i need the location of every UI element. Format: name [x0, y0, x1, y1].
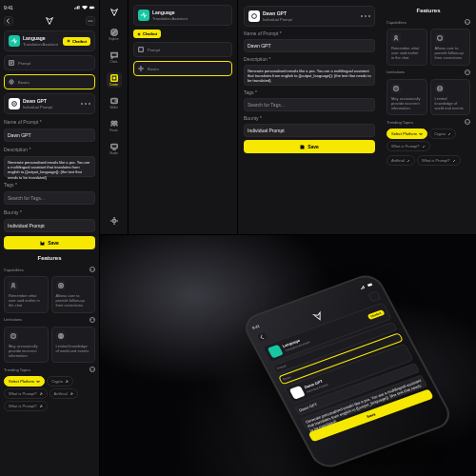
menu-button[interactable] — [86, 16, 95, 26]
limitation-card: May occasionally provide incorrect infor… — [387, 79, 427, 116]
info-icon[interactable]: ⋯ — [89, 317, 95, 323]
info-icon[interactable]: ⋯ — [89, 267, 95, 272]
nav-explore[interactable]: Explore — [107, 27, 122, 42]
info-icon[interactable]: ⋯ — [89, 367, 95, 372]
desc-textarea[interactable]: Generate personalised emails like a pro.… — [4, 156, 95, 177]
tab-basics[interactable]: Basics — [4, 74, 95, 89]
tags-input[interactable]: Search for Tags... — [244, 98, 375, 111]
pill-crypto[interactable]: Crypto — [429, 129, 456, 139]
name-input[interactable]: Dawn GPT — [244, 39, 375, 52]
features-heading: Features — [387, 8, 470, 13]
assistant-card[interactable]: Language Translation Assistant — [133, 5, 232, 26]
globe-icon — [56, 331, 66, 341]
nav-studio[interactable]: Studio — [107, 141, 122, 156]
back-button[interactable] — [4, 16, 13, 26]
pill-artificial[interactable]: Artificial — [50, 388, 78, 399]
openai-icon — [9, 98, 20, 109]
svg-rect-0 — [89, 7, 94, 10]
app-logo[interactable] — [108, 6, 121, 19]
info-icon[interactable]: ⋯ — [465, 69, 470, 75]
pill-what-is-prompt[interactable]: What is Prompt? — [387, 141, 430, 151]
features-heading: Features — [4, 255, 95, 261]
pill-how-to-invest[interactable]: Artificial — [387, 155, 415, 166]
bounty-select[interactable]: Individual Prompt — [244, 124, 375, 137]
warning-icon — [9, 331, 18, 341]
svg-point-24 — [395, 36, 397, 38]
save-icon — [300, 145, 305, 149]
drag-handle-icon[interactable] — [81, 103, 90, 105]
svg-point-18 — [114, 121, 116, 123]
limitations-label: Limitations — [4, 317, 22, 322]
svg-rect-19 — [110, 144, 116, 148]
app-logo — [44, 15, 55, 27]
tab-prompt[interactable]: Prompt — [133, 42, 232, 57]
signal-icon — [360, 285, 367, 290]
trending-pills: Select Platform Crypto What is Prompt? A… — [4, 376, 95, 411]
main-panel: Dawn GPT Individual Prompt Name of Promp… — [238, 0, 381, 234]
pill-crypto[interactable]: Crypto — [47, 376, 73, 387]
followup-icon — [435, 33, 445, 43]
battery-icon — [367, 282, 374, 288]
arrow-icon — [407, 159, 410, 163]
battery-icon — [89, 6, 95, 10]
desc-textarea[interactable]: Generate personalised emails like a pro.… — [244, 65, 375, 86]
gear-icon — [137, 65, 145, 72]
signal-icon — [74, 6, 80, 10]
save-button[interactable]: Save — [4, 236, 95, 249]
nav-create[interactable]: Create — [107, 72, 122, 88]
svg-point-2 — [89, 20, 89, 21]
desc-label: Description * — [4, 147, 95, 152]
arrow-icon — [422, 145, 426, 149]
info-icon[interactable]: ⋯ — [465, 119, 470, 125]
capability-card: Remember what user said earlier in the c… — [387, 29, 427, 66]
nav-wallet[interactable]: Wallet — [107, 95, 122, 110]
svg-point-9 — [58, 284, 63, 288]
openai-icon — [289, 386, 306, 400]
assistant-card[interactable]: Language Translation Assistant Chatbot — [4, 30, 95, 51]
nav-settings[interactable] — [107, 213, 122, 228]
svg-point-3 — [89, 20, 90, 21]
tags-input[interactable]: Search for Tags... — [4, 191, 95, 205]
drag-handle-icon[interactable] — [361, 15, 370, 17]
tab-prompt[interactable]: Prompt — [4, 55, 95, 70]
arrow-icon — [39, 405, 43, 408]
bounty-label: Bounty * — [4, 209, 95, 215]
app-logo — [310, 309, 327, 324]
svg-point-25 — [437, 36, 442, 41]
wifi-icon — [82, 6, 88, 10]
globe-icon — [435, 84, 445, 93]
pill-select-platform[interactable]: Select Platform — [4, 376, 45, 387]
svg-point-16 — [115, 100, 116, 101]
info-icon[interactable]: ⋯ — [465, 19, 470, 25]
assistant-avatar — [9, 35, 20, 47]
svg-point-22 — [140, 68, 142, 69]
pill-what-is-prompt[interactable]: What is Prompt? — [4, 388, 48, 399]
memory-icon — [391, 33, 401, 43]
limitation-card: Limited knowledge of world and events — [430, 79, 471, 116]
prompt-icon — [8, 59, 15, 67]
pill-select-platform[interactable]: Select Platform — [387, 129, 427, 139]
arrow-icon — [65, 380, 69, 384]
name-input[interactable]: Dawn GPT — [4, 129, 95, 142]
svg-point-20 — [112, 219, 115, 222]
bounty-select[interactable]: Individual Prompt — [4, 219, 95, 232]
svg-rect-21 — [139, 48, 144, 52]
nav-forum[interactable]: Forum — [107, 118, 122, 133]
back-button — [256, 331, 269, 343]
openai-icon — [248, 10, 260, 22]
pill-what-is-prompt-2[interactable]: What is Prompt? — [4, 401, 48, 411]
svg-point-10 — [60, 285, 62, 287]
capabilities-label: Capabilities — [4, 268, 24, 272]
menu-button — [367, 290, 381, 302]
tab-basics[interactable]: Basics — [133, 61, 232, 76]
capability-card: Allows user to provide follow-up their c… — [51, 276, 96, 313]
save-button[interactable]: Save — [244, 140, 375, 153]
arrow-icon — [452, 159, 456, 163]
nav-chats[interactable]: Chats — [107, 50, 122, 65]
spark-icon — [137, 32, 141, 36]
mid-panel: Language Translation Assistant Chatbot P… — [129, 0, 238, 234]
assistant-title: Language — [23, 35, 60, 41]
trending-label: Trending Topics — [4, 367, 30, 372]
spark-icon — [67, 39, 70, 43]
pill-what-is-prompt-2[interactable]: What is Prompt? — [417, 155, 461, 166]
